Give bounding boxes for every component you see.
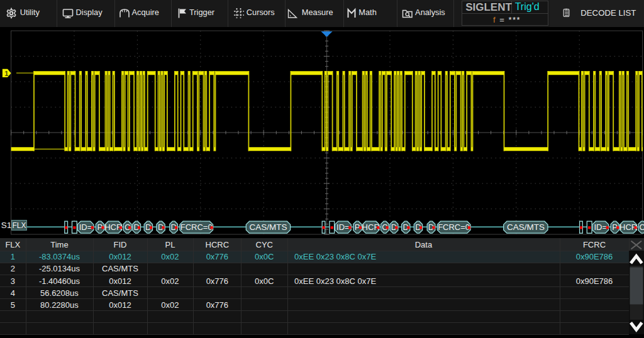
svg-text:FCRC=0: FCRC=0 [180, 222, 213, 232]
svg-text:ID=: ID= [79, 222, 92, 232]
svg-text:S1: S1 [1, 221, 12, 230]
svg-text:C: C [640, 222, 644, 232]
svg-text:CAS/MTS: CAS/MTS [507, 222, 545, 232]
svg-text:CAS/MTS: CAS/MTS [249, 222, 287, 232]
svg-text:ID=: ID= [336, 222, 350, 232]
svg-text:ID=: ID= [594, 222, 608, 232]
svg-text:FCRC=0: FCRC=0 [438, 222, 470, 232]
svg-text:1: 1 [4, 70, 8, 77]
svg-text:FLX: FLX [12, 221, 26, 230]
